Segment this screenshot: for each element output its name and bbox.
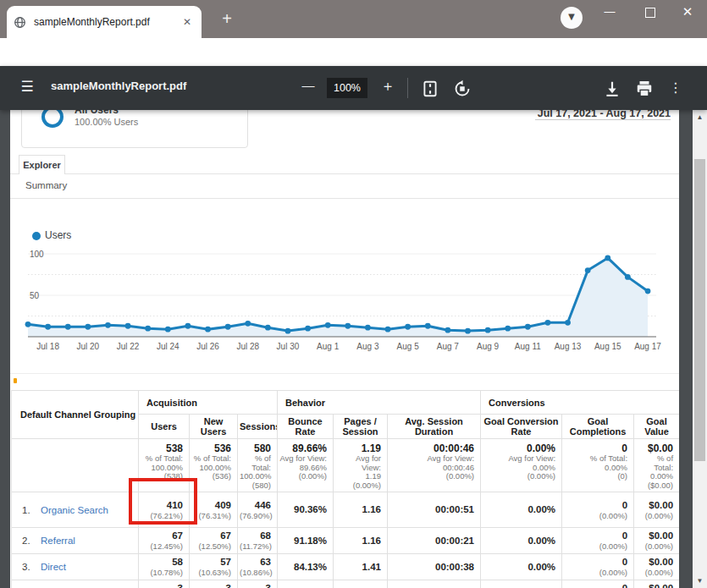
value-cell: 0(0.00%): [562, 554, 634, 580]
cell-value: 0.00%: [483, 536, 555, 547]
svg-text:50: 50: [30, 291, 40, 300]
toolbar-divider: [407, 78, 408, 98]
fit-to-page-icon[interactable]: [421, 80, 439, 98]
scroll-up-icon[interactable]: ▲: [693, 110, 707, 124]
window-close-button[interactable]: ✕: [671, 0, 704, 25]
vertical-scrollbar[interactable]: ▲ ▼: [693, 110, 707, 588]
browser-window: sampleMonthlyReport.pdf ✕ + ▼ — ✕ ← → ↻ …: [0, 0, 707, 588]
value-cell: 84.13%: [278, 554, 334, 580]
window-maximize-button[interactable]: [633, 0, 667, 25]
value-cell: 446(76.90%): [238, 492, 278, 528]
cell-subtext: (76.31%): [191, 511, 231, 520]
cell-value: 0: [564, 557, 627, 568]
value-cell: 1.16: [334, 492, 388, 528]
totals-subtext: (0): [564, 472, 627, 481]
maximize-icon: [645, 8, 655, 18]
globe-favicon-icon: [14, 16, 26, 29]
cell-value: 0: [564, 530, 627, 541]
cell-subtext: (0.00%): [564, 511, 627, 520]
cell-subtext: (11.72%): [240, 541, 271, 551]
column-header: Sessions: [238, 415, 278, 439]
window-minimize-button[interactable]: —: [593, 0, 627, 25]
totals-cell: 580% of Total:100.00%(580): [238, 439, 278, 492]
channel-rank: 2.: [22, 536, 41, 546]
divider: [10, 173, 679, 174]
svg-text:Aug 1: Aug 1: [317, 342, 340, 351]
totals-cell: 0% of Total:0.00%(0): [562, 439, 634, 492]
users-line-chart: 50100Jul 18Jul 20Jul 22Jul 24Jul 26Jul 2…: [10, 244, 679, 355]
tab-strip: sampleMonthlyReport.pdf ✕ + ▼ — ✕: [0, 0, 707, 38]
value-cell: 1.41: [334, 554, 388, 580]
scrollbar-thumb[interactable]: [694, 159, 705, 461]
pdf-menu-icon[interactable]: ☰: [17, 78, 37, 96]
channel-rank: 1.: [22, 505, 41, 515]
svg-text:Aug 3: Aug 3: [356, 342, 379, 351]
table-header-group-row: Default Channel GroupingAcquisitionBehav…: [12, 391, 680, 415]
channel-rank: 3.: [22, 562, 41, 572]
zoom-out-icon[interactable]: —: [298, 78, 318, 92]
channel-cell: 4.Social: [12, 580, 139, 588]
totals-subtext: (0.00%): [335, 481, 381, 491]
cell-value: 1.16: [335, 504, 381, 515]
column-header: Pages / Session: [334, 415, 388, 439]
cell-value: 91.18%: [279, 536, 327, 547]
rotate-icon[interactable]: [453, 80, 472, 98]
value-cell: 66.67%: [278, 580, 334, 588]
svg-text:Jul 30: Jul 30: [277, 342, 300, 351]
divider: [10, 198, 679, 199]
browser-tab[interactable]: sampleMonthlyReport.pdf ✕: [7, 6, 202, 38]
channel-link: Referral: [41, 536, 75, 546]
cell-value: 67: [141, 530, 183, 541]
legend-users-label: Users: [45, 229, 71, 241]
group-header: Behavior: [278, 391, 481, 415]
tab-explorer: Explorer: [19, 155, 65, 174]
totals-subtext: Avg for View:: [389, 454, 474, 464]
totals-subtext: % of Total:: [564, 454, 627, 464]
table-row: 3.Direct58(10.78%)57(10.63%)63(10.86%)84…: [12, 554, 680, 580]
channel-grouping-table: Default Channel GroupingAcquisitionBehav…: [11, 390, 679, 588]
value-cell: 67(12.50%): [190, 528, 238, 554]
cell-value: 1.41: [335, 562, 381, 573]
svg-text:Jul 26: Jul 26: [196, 342, 219, 351]
value-cell: 58(10.78%): [139, 554, 190, 580]
cell-value: 3: [141, 583, 183, 588]
zoom-level-input[interactable]: 100%: [327, 78, 367, 98]
value-cell: 0(0.00%): [562, 492, 634, 528]
value-cell: 1.16: [334, 528, 388, 554]
download-status-bubble[interactable]: ▼: [561, 7, 583, 29]
value-cell: 0.00%: [481, 492, 562, 528]
totals-cell: 89.66%Avg for View:89.66%(0.00%): [278, 439, 334, 492]
value-cell: $0.00(0.00%): [634, 554, 679, 580]
cell-value: 3: [191, 583, 231, 588]
tab-title: sampleMonthlyReport.pdf: [34, 16, 180, 28]
print-icon[interactable]: [635, 80, 654, 98]
column-header: Bounce Rate: [278, 415, 334, 439]
tab-close-icon[interactable]: ✕: [180, 16, 195, 28]
cell-subtext: (0.00%): [564, 541, 627, 551]
pdf-more-options-kebab-icon[interactable]: ⋮: [669, 80, 682, 96]
download-icon[interactable]: [603, 80, 621, 98]
value-cell: 0.00%: [481, 580, 562, 588]
value-cell: 1.33: [334, 580, 388, 588]
value-cell: 00:00:51: [388, 492, 481, 528]
value-cell: $0.00(0.00%): [634, 580, 679, 588]
cell-value: 409: [191, 500, 231, 511]
cell-subtext: (10.86%): [240, 568, 271, 577]
address-bar: ← → ↻ ⓘ File C:/Users/User/Downloads/sam…: [0, 38, 707, 66]
scroll-down-icon[interactable]: ▼: [693, 574, 707, 588]
svg-text:Jul 20: Jul 20: [76, 342, 99, 351]
summary-label: Summary: [25, 180, 67, 190]
totals-cell: $0.00% of Total:0.00%($0.00): [634, 439, 679, 492]
totals-subtext: % of Total:: [240, 454, 271, 472]
segment-name: All Users: [75, 110, 119, 116]
channel-cell: 3.Direct: [12, 554, 139, 580]
zoom-in-icon[interactable]: ＋: [378, 76, 398, 96]
date-range-text: Jul 17, 2021 - Aug 17, 2021: [538, 110, 671, 119]
cell-value: 58: [141, 557, 183, 568]
new-tab-button[interactable]: +: [217, 8, 237, 29]
value-cell: 0.00%: [481, 528, 562, 554]
value-cell: 00:00:38: [388, 554, 481, 580]
cell-subtext: (12.45%): [141, 541, 183, 551]
totals-subtext: 0.00%: [636, 472, 673, 481]
column-header: New Users: [190, 415, 238, 439]
